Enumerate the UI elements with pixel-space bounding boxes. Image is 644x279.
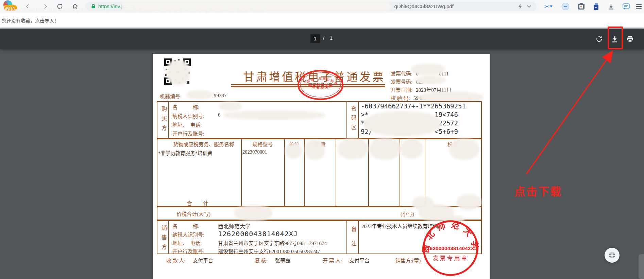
buyer-taxid-label: 纳税人识别号: <box>172 112 204 119</box>
adblock-minus-icon[interactable] <box>561 2 570 11</box>
redaction-blur <box>219 102 242 111</box>
browser-download-icon[interactable] <box>607 2 615 11</box>
col-header-spec: 规格型号 <box>242 140 284 147</box>
invoice-page: 机器编号: 99337 甘肃增值税电子普通发票 全国统一发票监制章 国家税务总局… <box>153 54 490 279</box>
pdf-toolbar <box>0 29 644 49</box>
buyer-bank-label: 开户行及账号: <box>172 130 204 137</box>
redaction-blur <box>166 60 190 85</box>
buyer-name-label: 名 称: <box>172 103 199 110</box>
machine-no-label: 机器编号: <box>160 92 182 100</box>
redaction-blur <box>411 64 445 75</box>
drawer-value: 支付平台 <box>349 257 370 264</box>
svg-text:1262000043814042XJ: 1262000043814042XJ <box>424 245 477 251</box>
buyer-addr-label: 地址、 电话: <box>172 121 202 128</box>
tax-supervision-seal: 全国统一发票监制章 国家税务总局 甘肃省税务局 <box>297 69 344 101</box>
redaction-blur <box>285 143 302 158</box>
redaction-blur <box>187 90 213 99</box>
redaction-blur <box>305 140 325 160</box>
buyer-taxid-value: 6 <box>218 112 221 118</box>
svg-text:发票专用章: 发票专用章 <box>433 255 469 262</box>
screenshot-scissors-icon[interactable]: ✂ <box>544 2 553 11</box>
seller-bank-label: 开户行及账号: <box>172 247 204 255</box>
item-name: *非学历教育服务*培训费 <box>158 149 213 156</box>
seller-bank-value: 建设银行兰州安宁支行62001380035050285247 <box>218 247 320 255</box>
redaction-blur <box>370 138 401 160</box>
print-icon[interactable] <box>626 35 634 43</box>
redaction-blur <box>223 111 325 120</box>
payee-label: 收 款 人: <box>166 257 186 264</box>
buyer-side-label: 购买方 <box>159 106 168 135</box>
seller-taxid-label: 纳税人识别号: <box>172 231 204 238</box>
medkit-icon[interactable]: + <box>577 2 586 11</box>
payee-value: 支付平台 <box>193 257 213 264</box>
bookmarks-bar: 您还没有收藏，点击导入！ <box>0 13 644 27</box>
password-line: -603794662737+-1**265369251 <box>361 102 466 110</box>
col-header-name: 货物或应税劳务、服务名称 <box>170 140 238 147</box>
url-suffix: qDhi9Qd4C5f8a2UWg.pdf <box>394 3 454 9</box>
review-label: 复 核: <box>255 257 268 264</box>
machine-no-value: 99337 <box>214 93 227 99</box>
quick-launch-bolt-icon[interactable] <box>518 4 522 9</box>
page-divider: / <box>323 35 324 41</box>
seller-stamp-label: 销售方:(章) <box>395 257 421 264</box>
edge-panel <box>639 254 644 279</box>
redaction-blur <box>457 194 481 210</box>
bookmarks-hint[interactable]: 您还没有收藏，点击导入！ <box>2 17 59 24</box>
annotation-label: 点击下载 <box>514 183 562 198</box>
seller-side-label: 销售方 <box>159 225 168 254</box>
review-value: 张翠霞 <box>275 257 290 264</box>
item-spec: 2023070001 <box>242 149 267 155</box>
password-side-label: 密码区 <box>349 105 357 134</box>
remark-side-label: 备注 <box>349 226 357 255</box>
redaction-blur <box>338 139 368 159</box>
rotate-icon[interactable] <box>595 35 604 43</box>
redaction-blur <box>449 139 479 160</box>
amount-words-label: 价税合计(大写) <box>176 210 210 217</box>
pdf-filename: 8njyqy3E9vsK81vxUP-thu8N6jDHeIFTTYBjwZU2… <box>5 7 266 13</box>
fit-icon <box>609 252 615 258</box>
redaction-blur <box>415 76 446 84</box>
annotation-box <box>608 27 623 49</box>
fit-to-page-button[interactable] <box>605 248 620 263</box>
redaction-blur <box>363 111 441 136</box>
amount-figures-label: (小写) <box>401 210 414 217</box>
page-number-input[interactable]: 1 <box>310 34 320 43</box>
seller-addr-value: 甘肃省兰州市安宁区安宁东路967号0931-7971674 <box>218 239 327 246</box>
drawer-label: 开 票 人: <box>323 257 342 264</box>
total-row-label: 合 计 <box>187 199 208 207</box>
redaction-blur <box>234 205 272 221</box>
menu-icon[interactable] <box>634 2 643 11</box>
redaction-blur <box>400 139 423 158</box>
seller-addr-label: 地址、 电话: <box>172 239 202 246</box>
urlbar-chevron-down-icon[interactable] <box>527 5 531 8</box>
feedback-comment-icon[interactable] <box>622 2 630 11</box>
page-total: 1 <box>330 35 333 41</box>
usb-drive-icon[interactable] <box>592 2 600 11</box>
seller-name-value: 西北师范大学 <box>218 222 251 230</box>
seller-taxid-value: 1262000043814042XJ <box>218 230 298 238</box>
company-seal: 西北师范大学 1262000043814042XJ 发票专用章 <box>422 219 479 277</box>
seller-name-label: 名 称: <box>172 222 199 229</box>
